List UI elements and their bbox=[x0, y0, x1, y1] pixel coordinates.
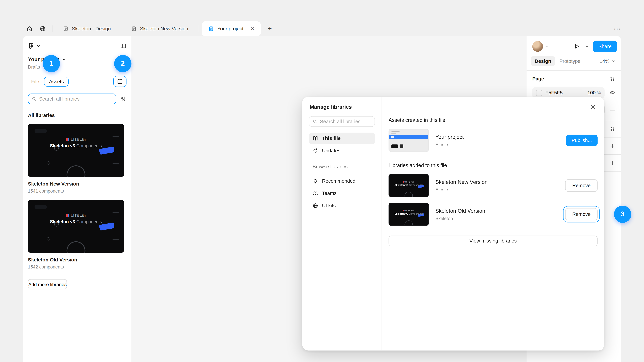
nav-this-file[interactable]: This file bbox=[309, 133, 375, 144]
library-thumbnail: UI Kit with Skeleton v3 Components bbox=[388, 174, 429, 197]
minus-icon: — bbox=[610, 107, 615, 113]
thumb-intro: UI Kit with bbox=[405, 209, 414, 212]
thumb-decoration bbox=[392, 144, 398, 148]
color-swatch[interactable] bbox=[536, 90, 542, 96]
thumb-suffix: Components bbox=[75, 143, 102, 148]
library-card[interactable]: UI Kit with Skeleton v3 Components Skele… bbox=[28, 124, 126, 193]
globe-icon bbox=[40, 25, 46, 32]
remove-library-button[interactable]: Remove bbox=[565, 208, 598, 220]
share-button[interactable]: Share bbox=[593, 40, 617, 52]
design-prototype-tabs: Design Prototype 14% bbox=[526, 55, 621, 70]
tab-file[interactable]: File bbox=[28, 77, 42, 86]
assets-section-heading: Assets created in this file bbox=[388, 117, 598, 123]
file-asset-row: Your project Etesie Publish... bbox=[388, 129, 598, 152]
design-file-icon bbox=[63, 26, 68, 31]
home-button[interactable] bbox=[23, 23, 36, 34]
file-tab-skeleton-design[interactable]: Skeleton - Design bbox=[56, 21, 118, 36]
search-icon bbox=[32, 96, 36, 101]
close-dialog-button[interactable] bbox=[588, 102, 598, 112]
new-tab-button[interactable]: + bbox=[263, 23, 276, 34]
kit-flag-icon bbox=[66, 138, 69, 141]
thumb-suffix: Components bbox=[75, 219, 102, 224]
thumb-suffix: Components bbox=[408, 213, 423, 215]
chevron-down-icon bbox=[584, 44, 589, 49]
nav-label: Updates bbox=[322, 148, 340, 153]
page-section-row: Page bbox=[526, 70, 621, 87]
present-options-button[interactable] bbox=[584, 44, 589, 49]
zoom-level: 14% bbox=[600, 58, 610, 64]
close-tab-button[interactable]: ✕ bbox=[248, 25, 256, 33]
present-button[interactable] bbox=[571, 41, 582, 52]
library-component-count: 1541 components bbox=[28, 188, 126, 193]
remove-theme-button[interactable]: — bbox=[610, 107, 615, 113]
row-meta: Skeleton Old Version Skeleton bbox=[435, 208, 485, 221]
highlighted-remove-wrapper: Remove bbox=[565, 208, 598, 220]
toggle-sidebar-button[interactable] bbox=[120, 43, 126, 49]
thumb-intro: UI Kit with bbox=[71, 214, 86, 218]
thumb-decoration bbox=[112, 239, 119, 240]
remove-library-button[interactable]: Remove bbox=[565, 179, 598, 192]
sliders-icon bbox=[610, 126, 615, 132]
thumb-brand: Skeleton v3 bbox=[50, 143, 75, 148]
row-action: Remove bbox=[565, 179, 598, 192]
project-title-row[interactable]: Your project bbox=[28, 56, 126, 63]
opacity-group[interactable]: 100 % bbox=[588, 90, 601, 95]
annotation-step-3: 3 bbox=[614, 206, 631, 223]
avatar[interactable] bbox=[532, 41, 543, 52]
home-icon bbox=[26, 25, 33, 32]
file-tab-your-project[interactable]: Your project ✕ bbox=[202, 21, 261, 36]
file-tab-skeleton-new-version[interactable]: Skeleton New Version bbox=[124, 21, 195, 36]
panel-icon bbox=[120, 43, 126, 49]
thumb-decoration bbox=[112, 136, 119, 137]
asset-owner: Etesie bbox=[435, 142, 464, 147]
tab-prototype[interactable]: Prototype bbox=[555, 56, 585, 66]
open-libraries-button[interactable] bbox=[113, 76, 126, 87]
play-icon bbox=[574, 43, 580, 50]
chevron-down-icon bbox=[36, 43, 41, 48]
main-menu-button[interactable] bbox=[28, 43, 41, 49]
library-card[interactable]: UI Kit with Skeleton v3 Components Skele… bbox=[28, 200, 126, 269]
add-export-button[interactable] bbox=[610, 160, 615, 166]
nav-updates[interactable]: Updates bbox=[309, 145, 375, 156]
thumb-decoration bbox=[112, 212, 119, 213]
thumb-decoration bbox=[404, 220, 413, 226]
zoom-menu-button[interactable]: 14% bbox=[600, 58, 616, 64]
styles-icon[interactable] bbox=[610, 76, 615, 82]
library-search-row: Search all libraries bbox=[28, 93, 126, 104]
user-menu-button[interactable] bbox=[544, 44, 549, 49]
open-variables-button[interactable] bbox=[610, 126, 615, 132]
dialog-content: Assets created in this file Your project… bbox=[382, 97, 604, 351]
add-more-libraries-button[interactable]: Add more libraries bbox=[28, 279, 67, 289]
view-missing-libraries-button[interactable]: View missing libraries bbox=[388, 236, 598, 246]
thumb-decoration bbox=[34, 129, 47, 133]
kit-flag-icon bbox=[403, 210, 404, 211]
visibility-toggle[interactable] bbox=[610, 90, 615, 95]
nav-ui-kits[interactable]: UI kits bbox=[309, 200, 375, 212]
library-thumbnail: UI Kit with Skeleton v3 Components bbox=[28, 200, 124, 253]
dialog-nav: This file Updates bbox=[309, 133, 375, 156]
thumb-intro: UI Kit with bbox=[405, 181, 414, 183]
library-name: Skeleton New Version bbox=[435, 179, 488, 185]
thumb-decoration bbox=[34, 205, 47, 209]
nav-teams[interactable]: Teams bbox=[309, 188, 375, 199]
publish-button[interactable]: Publish... bbox=[566, 135, 598, 146]
tab-label: Skeleton New Version bbox=[140, 26, 188, 31]
nav-label: This file bbox=[322, 135, 340, 141]
tab-design[interactable]: Design bbox=[531, 56, 555, 66]
dialog-search-input[interactable]: Search all libraries bbox=[309, 116, 375, 127]
library-book-icon bbox=[312, 135, 318, 141]
thumb-decoration bbox=[400, 144, 403, 148]
canvas[interactable]: Manage libraries Search all libraries Th… bbox=[132, 36, 526, 362]
left-sidebar: Your project Drafts File Assets Search a… bbox=[23, 36, 132, 362]
thumb-decoration bbox=[66, 165, 86, 177]
library-search-input[interactable]: Search all libraries bbox=[28, 93, 116, 104]
thumb-decoration bbox=[392, 131, 400, 132]
add-style-button[interactable] bbox=[610, 143, 615, 149]
nav-recommended[interactable]: Recommended bbox=[309, 175, 375, 187]
library-owner: Skeleton bbox=[435, 216, 485, 221]
tab-label: Skeleton - Design bbox=[72, 26, 111, 31]
overflow-menu-button[interactable]: ⋯ bbox=[614, 24, 621, 33]
tab-assets[interactable]: Assets bbox=[44, 77, 69, 86]
community-button[interactable] bbox=[36, 23, 49, 34]
filter-libraries-button[interactable] bbox=[120, 96, 126, 102]
